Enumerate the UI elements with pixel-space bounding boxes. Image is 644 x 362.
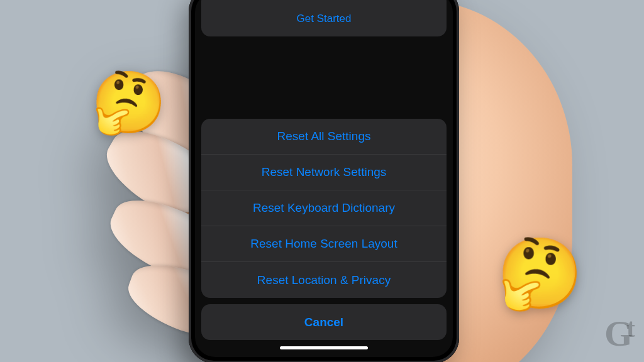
- reset-item-label: Reset All Settings: [277, 129, 371, 143]
- reset-location-privacy-item[interactable]: Reset Location & Privacy: [201, 262, 447, 298]
- thinking-face-emoji-icon: 🤔: [91, 72, 167, 133]
- cancel-button[interactable]: Cancel: [201, 304, 447, 340]
- iphone-frame: Get Started Reset All Settings Reset Net…: [189, 0, 459, 362]
- reset-network-settings-item[interactable]: Reset Network Settings: [201, 155, 447, 190]
- reset-item-label: Reset Keyboard Dictionary: [253, 201, 395, 215]
- watermark-letter: t: [626, 314, 633, 343]
- thinking-face-emoji-icon: 🤔: [497, 239, 583, 308]
- reset-all-settings-item[interactable]: Reset All Settings: [201, 119, 447, 155]
- watermark-logo: Gt: [604, 312, 633, 354]
- home-indicator[interactable]: [280, 346, 368, 349]
- reset-item-label: Reset Home Screen Layout: [250, 237, 397, 251]
- reset-keyboard-dictionary-item[interactable]: Reset Keyboard Dictionary: [201, 190, 447, 226]
- cancel-label: Cancel: [304, 315, 343, 329]
- reset-home-screen-layout-item[interactable]: Reset Home Screen Layout: [201, 226, 447, 262]
- reset-action-sheet: Reset All Settings Reset Network Setting…: [201, 119, 447, 298]
- iphone-screen: Get Started Reset All Settings Reset Net…: [195, 0, 453, 357]
- top-card: Get Started: [201, 0, 447, 36]
- action-sheet-backdrop: Get Started Reset All Settings Reset Net…: [195, 0, 453, 357]
- reset-item-label: Reset Location & Privacy: [257, 273, 391, 287]
- get-started-link[interactable]: Get Started: [297, 13, 352, 25]
- reset-item-label: Reset Network Settings: [262, 165, 387, 179]
